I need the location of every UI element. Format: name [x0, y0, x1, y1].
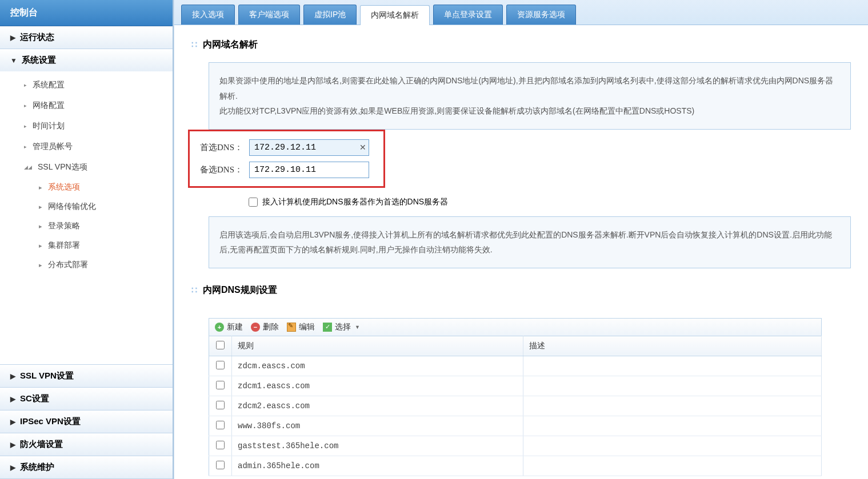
table-row[interactable]: zdcm2.eascs.com: [209, 396, 822, 416]
add-icon: +: [215, 323, 224, 332]
rule-cell: zdcm2.eascs.com: [232, 396, 523, 416]
row-checkbox[interactable]: [216, 361, 225, 369]
use-dns-checkbox-row: 接入计算机使用此DNS服务器作为首选的DNS服务器: [249, 197, 851, 207]
desc-cell: [523, 416, 822, 436]
dns-rules-table: 规则 描述 zdcm.eascs.com zdcm1.eascs.com zdc…: [209, 336, 822, 476]
tab-resource-service[interactable]: 资源服务选项: [506, 5, 576, 25]
nav-subitem-login-policy[interactable]: 登录策略: [0, 216, 173, 236]
table-row[interactable]: gaststest.365hele.com: [209, 436, 822, 456]
bullet-icon: ▸: [24, 123, 27, 129]
dots-icon: ∷: [191, 39, 198, 50]
chevron-right-icon: [10, 441, 15, 449]
table-row[interactable]: admin.365hele.com: [209, 456, 822, 476]
bullet-icon: ▸: [24, 82, 27, 88]
nav-item-admin-account[interactable]: ▸管理员帐号: [0, 136, 173, 157]
dots-icon: ∷: [191, 285, 198, 296]
info-text-line2: 此功能仅对TCP,L3VPN应用的资源有效,如果是WEB应用资源,则需要保证设备…: [219, 103, 840, 119]
row-checkbox[interactable]: [216, 401, 225, 409]
sidebar: 控制台 运行状态 系统设置 ▸系统配置 ▸网络配置 ▸时间计划 ▸管理员帐号 ◢…: [0, 0, 174, 479]
desc-cell: [523, 456, 822, 476]
secondary-dns-input[interactable]: [249, 162, 369, 178]
chevron-down-icon: ▼: [355, 324, 360, 330]
select-all-checkbox[interactable]: [216, 341, 225, 349]
info-box-dns-help: 如果资源中使用的地址是内部域名,则需要在此处输入正确的内网DNS地址(内网地址)…: [209, 62, 851, 130]
info-text-line1: 如果资源中使用的地址是内部域名,则需要在此处输入正确的内网DNS地址(内网地址)…: [219, 73, 840, 103]
nav-subitem-distributed[interactable]: 分布式部署: [0, 255, 173, 275]
secondary-dns-label: 备选DNS：: [200, 164, 249, 175]
tab-virtual-ip-pool[interactable]: 虚拟IP池: [303, 5, 357, 25]
tab-bar: 接入选项 客户端选项 虚拟IP池 内网域名解析 单点登录设置 资源服务选项: [174, 0, 868, 25]
desc-cell: [523, 376, 822, 396]
chevron-right-icon: [10, 372, 15, 380]
table-row[interactable]: zdcm.eascs.com: [209, 356, 822, 376]
use-dns-checkbox[interactable]: [249, 198, 258, 207]
rule-cell: zdcm.eascs.com: [232, 356, 523, 376]
row-checkbox[interactable]: [216, 421, 225, 429]
bullet-icon: ▸: [24, 103, 27, 108]
add-button[interactable]: +新建: [215, 322, 243, 332]
tab-intranet-dns[interactable]: 内网域名解析: [360, 5, 430, 25]
delete-icon: −: [251, 323, 260, 332]
nav-section-system-settings[interactable]: 系统设置: [0, 49, 173, 71]
desc-cell: [523, 356, 822, 376]
delete-button[interactable]: −删除: [251, 322, 279, 332]
section-title-dns-resolve: ∷ 内网域名解析: [191, 39, 851, 51]
table-row[interactable]: zdcm1.eascs.com: [209, 376, 822, 396]
check-icon: ✓: [323, 323, 332, 332]
bullet-icon: [39, 203, 42, 211]
nav-item-network-config[interactable]: ▸网络配置: [0, 95, 173, 116]
tab-access-options[interactable]: 接入选项: [181, 5, 235, 25]
bullet-icon: [39, 223, 42, 230]
nav-section-runtime[interactable]: 运行状态: [0, 26, 173, 49]
primary-dns-label: 首选DNS：: [200, 142, 249, 153]
nav-subitem-system-options[interactable]: 系统选项: [0, 178, 173, 197]
nav-section-firewall[interactable]: 防火墙设置: [0, 433, 173, 456]
chevron-down-icon: ◢: [24, 164, 32, 170]
nav-item-ssl-vpn-options[interactable]: ◢SSL VPN选项: [0, 157, 173, 178]
table-toolbar: +新建 −删除 编辑 ✓选择▼: [209, 318, 822, 336]
primary-dns-input[interactable]: [249, 139, 369, 156]
info-box-dns-note: 启用该选项后,会自动启用L3VPN服务,使得接入计算机上所有的域名解析请求都优先…: [209, 216, 851, 268]
nav-section-ssl-vpn-settings[interactable]: SSL VPN设置: [0, 365, 173, 387]
tab-client-options[interactable]: 客户端选项: [238, 5, 300, 25]
chevron-right-icon: [10, 464, 15, 472]
select-button[interactable]: ✓选择▼: [323, 322, 360, 332]
chevron-right-icon: [10, 395, 15, 403]
sidebar-title: 控制台: [0, 0, 173, 26]
bullet-icon: [39, 184, 42, 191]
table-row[interactable]: www.380fs.com: [209, 416, 822, 436]
header-desc: 描述: [523, 336, 822, 356]
chevron-right-icon: [10, 34, 15, 42]
dns-input-group: 首选DNS： ✕ 备选DNS：: [188, 130, 385, 188]
desc-cell: [523, 436, 822, 456]
row-checkbox[interactable]: [216, 461, 225, 469]
rule-cell: gaststest.365hele.com: [232, 436, 523, 456]
nav-subitem-cluster[interactable]: 集群部署: [0, 236, 173, 255]
desc-cell: [523, 396, 822, 416]
bullet-icon: [39, 261, 42, 269]
nav-section-system-maint[interactable]: 系统维护: [0, 456, 173, 478]
use-dns-checkbox-label: 接入计算机使用此DNS服务器作为首选的DNS服务器: [262, 197, 448, 207]
header-rule: 规则: [232, 336, 523, 356]
edit-button[interactable]: 编辑: [287, 322, 315, 332]
main-panel: 接入选项 客户端选项 虚拟IP池 内网域名解析 单点登录设置 资源服务选项 ∷ …: [174, 0, 868, 479]
edit-icon: [287, 323, 296, 332]
row-checkbox[interactable]: [216, 441, 225, 449]
rule-cell: admin.365hele.com: [232, 456, 523, 476]
tab-sso-settings[interactable]: 单点登录设置: [433, 5, 503, 25]
chevron-right-icon: [10, 418, 15, 426]
clear-icon[interactable]: ✕: [359, 143, 366, 152]
nav-section-sc-settings[interactable]: SC设置: [0, 388, 173, 410]
row-checkbox[interactable]: [216, 381, 225, 389]
chevron-down-icon: [10, 57, 17, 65]
nav-item-system-config[interactable]: ▸系统配置: [0, 75, 173, 95]
rule-cell: www.380fs.com: [232, 416, 523, 436]
nav-section-ipsec-vpn[interactable]: IPSec VPN设置: [0, 410, 173, 433]
bullet-icon: [39, 242, 42, 249]
rule-cell: zdcm1.eascs.com: [232, 376, 523, 396]
nav-item-time-plan[interactable]: ▸时间计划: [0, 116, 173, 136]
section-title-dns-rules: ∷ 内网DNS规则设置: [191, 284, 851, 296]
header-checkbox-col: [209, 336, 232, 356]
nav-subitem-network-opt[interactable]: 网络传输优化: [0, 197, 173, 216]
bullet-icon: ▸: [24, 144, 27, 150]
